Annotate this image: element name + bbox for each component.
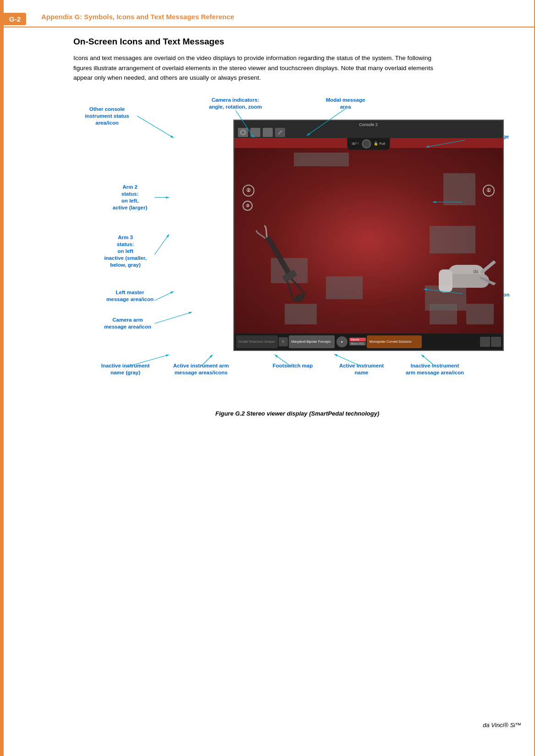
svg-line-15 — [154, 234, 169, 255]
arm-circle-2: ② — [243, 185, 254, 197]
page-tab: G-2 — [4, 13, 26, 25]
left-accent-bar — [0, 0, 4, 756]
arm-circle-1: ① — [483, 185, 495, 197]
surgical-background: ② ③ ① — [234, 148, 503, 334]
label-camera-indicators: Camera indicators: angle, rotation, zoom — [206, 97, 265, 110]
footswitch-label-mono: Mono G62 — [349, 342, 366, 345]
footswitch-map: Bipolar Mono G62 — [349, 338, 366, 345]
inst-icon-1 — [238, 128, 248, 137]
arm-circle-3: ③ — [243, 201, 253, 211]
section-title: On-Screen Icons and Text Messages — [73, 37, 521, 47]
svg-rect-1 — [265, 236, 292, 278]
camera-icon — [362, 139, 371, 148]
label-active-arm: Active instrument armmessage areas/icons — [169, 362, 233, 376]
camera-zoom: 🔓 Full — [374, 142, 385, 146]
viewer-bottom-bar: Double Tenaculum Grasper 5 Maryland Bipo… — [234, 334, 503, 350]
main-content: On-Screen Icons and Text Messages Icons … — [73, 37, 521, 417]
label-active-name: Active instrumentname — [339, 362, 385, 376]
active-instrument-left: Maryland Bipolar Forceps — [289, 335, 335, 348]
intro-text: Icons and text messages are overlaid on … — [73, 53, 449, 83]
diagram-container: Other console instrument status area/ico… — [77, 92, 518, 404]
figure-caption: Figure G.2 Stereo viewer display (SmartP… — [73, 410, 521, 417]
viewer-image: Console 2 30°↑ 🔓 Full — [233, 120, 504, 351]
label-footswitch: Footswitch map — [270, 362, 316, 369]
label-camera-arm: Camera armmessage area/icon — [98, 317, 158, 330]
console-label: Console 2 — [359, 122, 378, 127]
label-arm2: Arm 2status:on left,active (larger) — [105, 184, 155, 211]
inst-icon-3 — [263, 128, 273, 137]
svg-line-18 — [154, 312, 192, 323]
instrument-left-svg — [253, 219, 335, 320]
label-other-console: Other console instrument status area/ico… — [77, 106, 137, 126]
inactive-instrument-left: Double Tenaculum Grasper — [236, 335, 278, 348]
viewer-top-bar: Console 2 — [234, 121, 503, 138]
camera-indicator-bar: 30°↑ 🔓 Full — [347, 138, 390, 150]
label-inactive-right: Inactive instrumentarm message area/icon — [403, 362, 467, 376]
inactive-right-icon-2 — [491, 337, 501, 347]
inst-icon-4 — [275, 128, 285, 137]
label-arm3: Arm 3status:on leftinactive (smaller,bel… — [96, 234, 155, 268]
footswitch-label-bipolar: Bipolar — [349, 338, 366, 341]
footswitch-icon: ● — [336, 336, 347, 347]
footer-text: da Vinci® Si™ — [483, 722, 521, 729]
instrument-right-svg: da — [402, 237, 503, 329]
inst-icon-2 — [250, 128, 260, 137]
camera-angle: 30°↑ — [352, 142, 359, 146]
svg-line-9 — [137, 116, 174, 138]
label-inactive-left: Inactive instrumentname (gray) — [96, 362, 155, 376]
overlay-box-1 — [294, 153, 349, 166]
label-modal-message: Modal message area — [320, 97, 371, 110]
top-divider — [4, 27, 535, 27]
header-title: Appendix G: Symbols, Icons and Text Mess… — [41, 13, 234, 21]
svg-rect-6 — [439, 269, 452, 292]
svg-text:da: da — [473, 269, 479, 274]
overlay-box-2 — [443, 173, 475, 205]
inactive-right-icon — [480, 337, 490, 347]
footer: da Vinci® Si™ — [73, 722, 521, 729]
instrument-icons-row — [238, 128, 285, 137]
arm-icon-left: 5 — [279, 337, 288, 346]
active-instrument-right: Monopolar Curved Scissors — [367, 335, 422, 348]
label-left-master: Left mastermessage area/icon — [103, 289, 158, 303]
svg-point-0 — [241, 130, 245, 135]
